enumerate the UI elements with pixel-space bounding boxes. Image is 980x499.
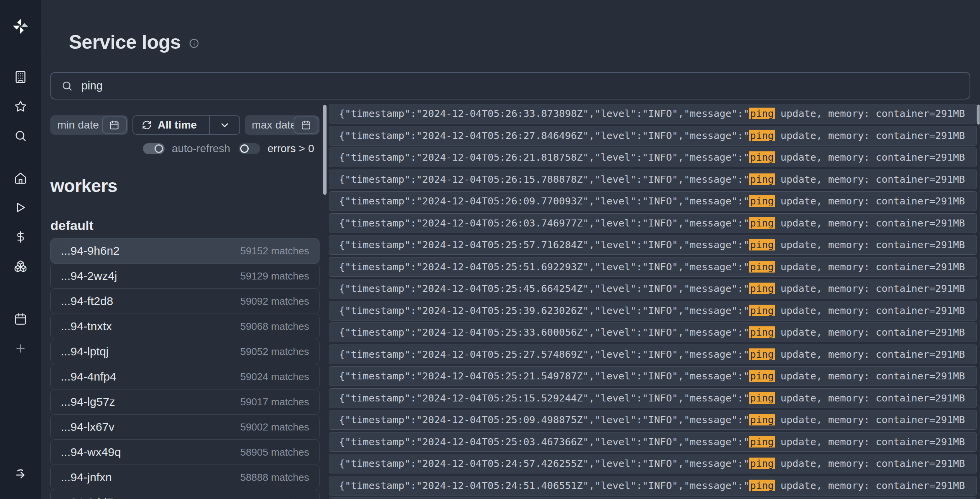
worker-match-count: 59068 matches [240, 321, 309, 333]
log-text: update, memory: container=291MB [775, 261, 965, 273]
left-panel-scrollbar[interactable] [323, 105, 327, 195]
log-row[interactable]: {"timestamp":"2024-12-04T05:26:33.873898… [329, 104, 977, 123]
search-term-highlight: ping [749, 305, 774, 316]
log-text: update, memory: container=291MB [775, 436, 965, 448]
home-icon [14, 171, 27, 185]
info-icon[interactable] [189, 38, 199, 49]
windmill-logo-icon [12, 17, 29, 35]
log-row[interactable]: {"timestamp":"2024-12-04T05:26:27.846496… [329, 126, 977, 146]
auto-refresh-toggle[interactable] [143, 143, 165, 154]
search-term-highlight: ping [749, 239, 774, 250]
sidebar-item-runs[interactable] [0, 193, 41, 222]
play-icon [14, 201, 27, 214]
search-term-highlight: ping [749, 108, 774, 119]
log-text: update, memory: container=291MB [775, 217, 965, 229]
log-row[interactable]: {"timestamp":"2024-12-04T05:24:51.406551… [329, 476, 977, 496]
sidebar-item-home[interactable] [0, 163, 41, 193]
sidebar-item-search[interactable] [0, 121, 41, 151]
worker-row[interactable]: ...94-9h6n259152 matches [50, 238, 320, 264]
auto-refresh-label: auto-refresh [172, 142, 230, 155]
log-text: {"timestamp":"2024-12-04T05:26:33.873898… [339, 108, 749, 119]
worker-row[interactable]: ...94-wx49q58905 matches [50, 439, 320, 465]
log-text: {"timestamp":"2024-12-04T05:25:33.600056… [339, 326, 749, 338]
search-term-highlight: ping [749, 130, 774, 141]
log-text: update, memory: container=291MB [775, 195, 965, 207]
min-date-calendar-button[interactable] [102, 117, 127, 134]
worker-id: ...94-9h6n2 [61, 244, 120, 257]
log-row[interactable]: {"timestamp":"2024-12-04T05:25:51.692293… [329, 257, 977, 277]
log-row[interactable]: {"timestamp":"2024-12-04T05:25:33.600056… [329, 322, 977, 342]
worker-id: ...94-lg57z [61, 395, 115, 408]
worker-row[interactable]: ...94-jnfxn58888 matches [50, 465, 320, 490]
log-row[interactable]: {"timestamp":"2024-12-04T05:25:27.574869… [329, 345, 977, 364]
log-row[interactable]: {"timestamp":"2024-12-04T05:25:03.467366… [329, 432, 977, 452]
log-text: update, memory: container=291MB [775, 392, 965, 404]
search-term-highlight: ping [749, 151, 774, 163]
boxes-icon [14, 260, 27, 273]
search-icon [14, 129, 27, 142]
log-row[interactable]: {"timestamp":"2024-12-04T05:24:57.426255… [329, 454, 977, 473]
search-bar [50, 72, 970, 99]
worker-id: ...94-wx49q [61, 446, 121, 459]
log-row-partial[interactable] [329, 497, 977, 499]
worker-row[interactable]: ...94-6dd7r58878 matches [50, 490, 320, 499]
sidebar-item-schedules[interactable] [0, 304, 41, 334]
log-text: {"timestamp":"2024-12-04T05:25:57.716284… [339, 239, 749, 250]
time-range-main[interactable]: All time [133, 119, 209, 131]
log-row[interactable]: {"timestamp":"2024-12-04T05:26:03.746977… [329, 213, 977, 233]
worker-row[interactable]: ...94-lg57z59017 matches [50, 389, 320, 415]
time-range-button[interactable]: All time [132, 115, 240, 135]
worker-match-count: 59017 matches [240, 396, 309, 408]
worker-row[interactable]: ...94-lptqj59052 matches [50, 339, 320, 364]
min-date-field[interactable]: min date [50, 115, 128, 135]
log-row[interactable]: {"timestamp":"2024-12-04T05:26:21.818758… [329, 147, 977, 167]
log-text: {"timestamp":"2024-12-04T05:24:57.426255… [339, 458, 749, 469]
log-row[interactable]: {"timestamp":"2024-12-04T05:25:15.529244… [329, 388, 977, 408]
worker-id: ...94-tnxtx [61, 320, 112, 333]
time-range-dropdown[interactable] [210, 120, 239, 130]
worker-row[interactable]: ...94-2wz4j59129 matches [50, 263, 320, 289]
log-text: update, memory: container=291MB [775, 326, 965, 338]
search-icon [61, 80, 73, 92]
worker-id: ...94-2wz4j [61, 269, 117, 283]
max-date-placeholder: max date [252, 115, 297, 135]
search-term-highlight: ping [749, 436, 774, 448]
filters-and-workers-panel: min date All time [50, 115, 320, 499]
sidebar-item-favorites[interactable] [0, 92, 41, 121]
search-term-highlight: ping [749, 458, 774, 469]
log-row[interactable]: {"timestamp":"2024-12-04T05:25:45.664254… [329, 279, 977, 298]
sidebar-item-workspace[interactable] [0, 62, 41, 92]
worker-id: ...94-4nfp4 [61, 370, 116, 383]
sidebar-expand-button[interactable] [0, 460, 41, 489]
log-row[interactable]: {"timestamp":"2024-12-04T05:25:39.623026… [329, 301, 977, 321]
log-text: {"timestamp":"2024-12-04T05:24:51.406551… [339, 480, 749, 491]
sidebar [0, 0, 41, 499]
log-text: {"timestamp":"2024-12-04T05:26:09.770093… [339, 195, 749, 207]
search-input[interactable] [81, 79, 779, 92]
sidebar-item-variables[interactable] [0, 222, 41, 252]
log-row[interactable]: {"timestamp":"2024-12-04T05:26:15.788878… [329, 170, 977, 189]
date-filter-row: min date All time [50, 115, 320, 135]
log-row[interactable]: {"timestamp":"2024-12-04T05:26:09.770093… [329, 191, 977, 211]
sidebar-item-add[interactable] [0, 334, 41, 363]
worker-row[interactable]: ...94-tnxtx59068 matches [50, 314, 320, 339]
errors-toggle-label: errors > 0 [267, 142, 314, 155]
search-term-highlight: ping [749, 370, 774, 382]
max-date-calendar-button[interactable] [294, 117, 318, 134]
toggle-knob [240, 144, 249, 153]
worker-match-count: 58878 matches [240, 497, 309, 499]
sidebar-item-resources[interactable] [0, 252, 41, 281]
log-row[interactable]: {"timestamp":"2024-12-04T05:25:57.716284… [329, 235, 977, 255]
max-date-field[interactable]: max date [245, 115, 320, 135]
worker-row[interactable]: ...94-ft2d859092 matches [50, 288, 320, 314]
toggle-row: auto-refresh errors > 0 [50, 143, 320, 154]
refresh-icon [142, 120, 152, 130]
log-panel-scrollbar[interactable] [977, 105, 980, 125]
log-row[interactable]: {"timestamp":"2024-12-04T05:25:09.498875… [329, 410, 977, 430]
worker-row[interactable]: ...94-4nfp459024 matches [50, 364, 320, 389]
errors-toggle[interactable] [239, 143, 260, 154]
windmill-logo[interactable] [0, 0, 41, 53]
log-row[interactable]: {"timestamp":"2024-12-04T05:25:21.549787… [329, 366, 977, 386]
worker-match-count: 59024 matches [240, 371, 309, 383]
worker-row[interactable]: ...94-lx67v59002 matches [50, 414, 320, 440]
